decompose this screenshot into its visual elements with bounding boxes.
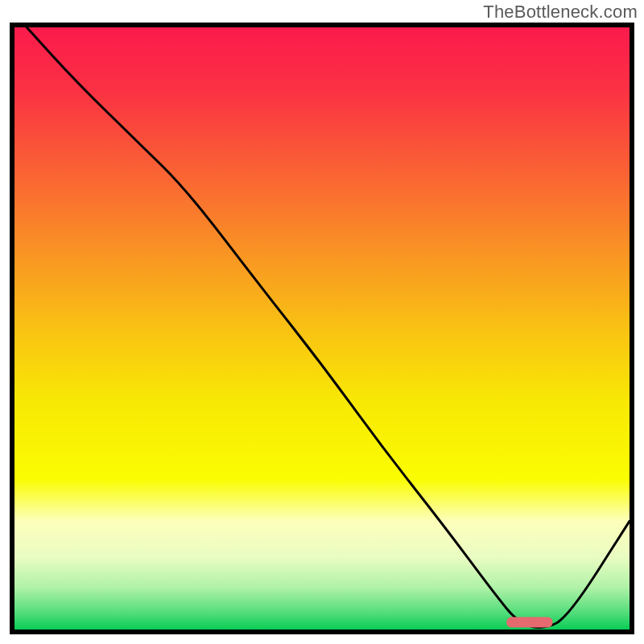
plot-background — [14, 27, 630, 630]
optimum-marker — [506, 617, 552, 628]
bottleneck-chart — [0, 0, 644, 644]
chart-container: TheBottleneck.com — [0, 0, 644, 644]
watermark-text: TheBottleneck.com — [483, 2, 638, 23]
